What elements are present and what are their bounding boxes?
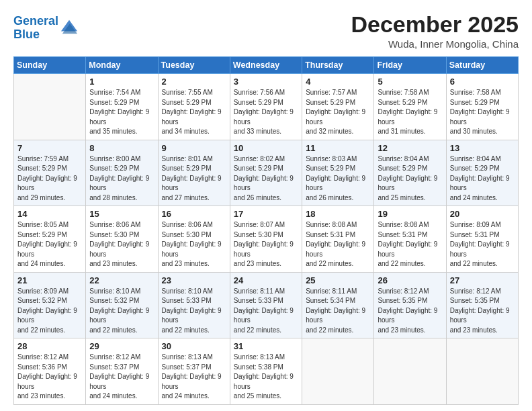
day-info: Sunrise: 8:00 AMSunset: 5:29 PMDaylight:… [89, 154, 154, 203]
day-info: Sunrise: 8:10 AMSunset: 5:32 PMDaylight:… [89, 287, 154, 336]
calendar-day-cell: 20Sunrise: 8:09 AMSunset: 5:31 PMDayligh… [446, 206, 518, 273]
day-info: Sunrise: 8:10 AMSunset: 5:33 PMDaylight:… [162, 287, 226, 336]
calendar-day-cell: 23Sunrise: 8:10 AMSunset: 5:33 PMDayligh… [158, 272, 230, 338]
day-number: 5 [378, 77, 442, 87]
day-info: Sunrise: 8:06 AMSunset: 5:30 PMDaylight:… [89, 220, 154, 269]
day-number: 4 [306, 77, 370, 87]
day-info: Sunrise: 8:11 AMSunset: 5:34 PMDaylight:… [306, 287, 370, 336]
day-info: Sunrise: 7:54 AMSunset: 5:29 PMDaylight:… [89, 88, 154, 137]
calendar-day-cell: 22Sunrise: 8:10 AMSunset: 5:32 PMDayligh… [86, 272, 158, 338]
day-info: Sunrise: 8:12 AMSunset: 5:35 PMDaylight:… [378, 287, 442, 336]
weekday-header: Friday [374, 57, 446, 74]
calendar-body: 1Sunrise: 7:54 AMSunset: 5:29 PMDaylight… [14, 74, 519, 405]
weekday-row: SundayMondayTuesdayWednesdayThursdayFrid… [14, 57, 519, 74]
weekday-header: Saturday [446, 57, 518, 74]
day-info: Sunrise: 8:13 AMSunset: 5:38 PMDaylight:… [234, 353, 298, 402]
day-info: Sunrise: 7:57 AMSunset: 5:29 PMDaylight:… [306, 88, 370, 137]
day-info: Sunrise: 7:59 AMSunset: 5:29 PMDaylight:… [17, 154, 82, 203]
calendar-day-cell: 2Sunrise: 7:55 AMSunset: 5:29 PMDaylight… [158, 74, 230, 140]
logo-line1: General [13, 14, 58, 28]
day-number: 21 [17, 275, 82, 285]
calendar: SundayMondayTuesdayWednesdayThursdayFrid… [13, 56, 519, 405]
calendar-day-cell: 21Sunrise: 8:09 AMSunset: 5:32 PMDayligh… [14, 272, 86, 338]
day-info: Sunrise: 8:09 AMSunset: 5:31 PMDaylight:… [450, 220, 515, 269]
day-info: Sunrise: 8:03 AMSunset: 5:29 PMDaylight:… [306, 154, 370, 203]
day-info: Sunrise: 8:04 AMSunset: 5:29 PMDaylight:… [378, 154, 442, 203]
day-number: 20 [450, 209, 515, 219]
day-number: 12 [378, 143, 442, 153]
calendar-day-cell: 12Sunrise: 8:04 AMSunset: 5:29 PMDayligh… [374, 140, 446, 206]
day-number: 31 [234, 341, 298, 351]
day-info: Sunrise: 8:01 AMSunset: 5:29 PMDaylight:… [162, 154, 226, 203]
calendar-day-cell: 16Sunrise: 8:06 AMSunset: 5:30 PMDayligh… [158, 206, 230, 273]
calendar-day-cell: 17Sunrise: 8:07 AMSunset: 5:30 PMDayligh… [230, 206, 302, 273]
weekday-header: Thursday [302, 57, 374, 74]
day-number: 8 [89, 143, 154, 153]
calendar-day-cell: 25Sunrise: 8:11 AMSunset: 5:34 PMDayligh… [302, 272, 374, 338]
day-number: 16 [162, 209, 226, 219]
calendar-day-cell: 4Sunrise: 7:57 AMSunset: 5:29 PMDaylight… [302, 74, 374, 140]
day-info: Sunrise: 8:07 AMSunset: 5:30 PMDaylight:… [234, 220, 298, 269]
logo: General Blue [13, 15, 79, 42]
day-info: Sunrise: 8:11 AMSunset: 5:33 PMDaylight:… [234, 287, 298, 336]
calendar-day-cell: 27Sunrise: 8:12 AMSunset: 5:35 PMDayligh… [446, 272, 518, 338]
day-number: 13 [450, 143, 515, 153]
logo-icon [60, 17, 79, 36]
day-info: Sunrise: 8:05 AMSunset: 5:29 PMDaylight:… [17, 220, 82, 269]
day-info: Sunrise: 7:58 AMSunset: 5:29 PMDaylight:… [378, 88, 442, 137]
calendar-day-cell [446, 338, 518, 405]
day-info: Sunrise: 8:12 AMSunset: 5:36 PMDaylight:… [17, 353, 82, 402]
day-number: 1 [89, 77, 154, 87]
day-number: 15 [89, 209, 154, 219]
day-info: Sunrise: 8:12 AMSunset: 5:35 PMDaylight:… [450, 287, 515, 336]
day-info: Sunrise: 8:09 AMSunset: 5:32 PMDaylight:… [17, 287, 82, 336]
day-info: Sunrise: 8:04 AMSunset: 5:29 PMDaylight:… [450, 154, 515, 203]
day-number: 2 [162, 77, 226, 87]
calendar-day-cell [14, 74, 86, 140]
location: Wuda, Inner Mongolia, China [351, 38, 519, 50]
calendar-day-cell: 29Sunrise: 8:12 AMSunset: 5:37 PMDayligh… [86, 338, 158, 405]
calendar-day-cell: 10Sunrise: 8:02 AMSunset: 5:29 PMDayligh… [230, 140, 302, 206]
calendar-day-cell: 18Sunrise: 8:08 AMSunset: 5:31 PMDayligh… [302, 206, 374, 273]
calendar-day-cell: 1Sunrise: 7:54 AMSunset: 5:29 PMDaylight… [86, 74, 158, 140]
calendar-day-cell: 3Sunrise: 7:56 AMSunset: 5:29 PMDaylight… [230, 74, 302, 140]
day-number: 17 [234, 209, 298, 219]
weekday-header: Tuesday [158, 57, 230, 74]
day-info: Sunrise: 8:02 AMSunset: 5:29 PMDaylight:… [234, 154, 298, 203]
calendar-week-row: 28Sunrise: 8:12 AMSunset: 5:36 PMDayligh… [14, 338, 519, 405]
calendar-header: SundayMondayTuesdayWednesdayThursdayFrid… [14, 57, 519, 74]
calendar-day-cell: 31Sunrise: 8:13 AMSunset: 5:38 PMDayligh… [230, 338, 302, 405]
title-block: December 2025 Wuda, Inner Mongolia, Chin… [351, 12, 519, 50]
day-number: 23 [162, 275, 226, 285]
calendar-day-cell: 26Sunrise: 8:12 AMSunset: 5:35 PMDayligh… [374, 272, 446, 338]
header: General Blue December 2025 Wuda, Inner M… [13, 12, 519, 50]
calendar-day-cell: 5Sunrise: 7:58 AMSunset: 5:29 PMDaylight… [374, 74, 446, 140]
day-number: 18 [306, 209, 370, 219]
calendar-day-cell [374, 338, 446, 405]
day-number: 19 [378, 209, 442, 219]
calendar-day-cell: 14Sunrise: 8:05 AMSunset: 5:29 PMDayligh… [14, 206, 86, 273]
day-info: Sunrise: 8:12 AMSunset: 5:37 PMDaylight:… [89, 353, 154, 402]
day-number: 26 [378, 275, 442, 285]
calendar-day-cell: 9Sunrise: 8:01 AMSunset: 5:29 PMDaylight… [158, 140, 230, 206]
day-number: 7 [17, 143, 82, 153]
calendar-day-cell: 11Sunrise: 8:03 AMSunset: 5:29 PMDayligh… [302, 140, 374, 206]
calendar-week-row: 1Sunrise: 7:54 AMSunset: 5:29 PMDaylight… [14, 74, 519, 140]
month-title: December 2025 [351, 12, 519, 37]
calendar-week-row: 14Sunrise: 8:05 AMSunset: 5:29 PMDayligh… [14, 206, 519, 273]
calendar-week-row: 21Sunrise: 8:09 AMSunset: 5:32 PMDayligh… [14, 272, 519, 338]
day-number: 22 [89, 275, 154, 285]
day-number: 6 [450, 77, 515, 87]
day-info: Sunrise: 7:55 AMSunset: 5:29 PMDaylight:… [162, 88, 226, 137]
calendar-day-cell: 28Sunrise: 8:12 AMSunset: 5:36 PMDayligh… [14, 338, 86, 405]
calendar-day-cell: 24Sunrise: 8:11 AMSunset: 5:33 PMDayligh… [230, 272, 302, 338]
day-number: 28 [17, 341, 82, 351]
weekday-header: Monday [86, 57, 158, 74]
day-info: Sunrise: 8:08 AMSunset: 5:31 PMDaylight:… [378, 220, 442, 269]
weekday-header: Sunday [14, 57, 86, 74]
calendar-day-cell: 30Sunrise: 8:13 AMSunset: 5:37 PMDayligh… [158, 338, 230, 405]
day-info: Sunrise: 7:58 AMSunset: 5:29 PMDaylight:… [450, 88, 515, 137]
day-number: 11 [306, 143, 370, 153]
day-number: 14 [17, 209, 82, 219]
calendar-day-cell [302, 338, 374, 405]
